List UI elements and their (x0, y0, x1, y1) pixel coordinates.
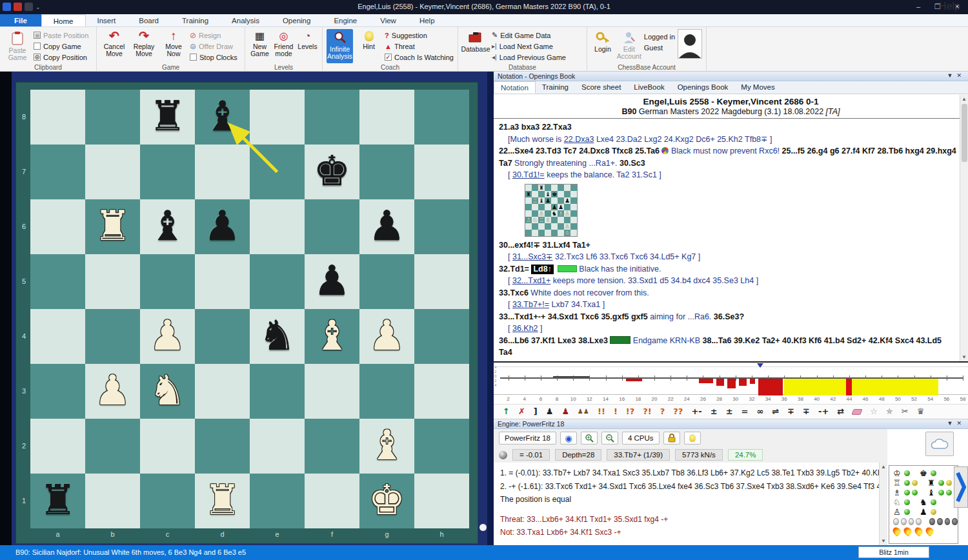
avatar[interactable] (678, 29, 702, 59)
white-pawn-c4[interactable]: ♟ (140, 309, 195, 364)
square-c7[interactable] (140, 145, 195, 199)
threat-item[interactable]: ▲Threat (385, 41, 454, 51)
hint-button[interactable]: Hint (356, 29, 382, 63)
square-f6[interactable] (305, 199, 359, 254)
symbol-very-good-move[interactable]: !! (598, 405, 605, 418)
evaluation-graph[interactable]: 42024 2468101214161820222426283032343638… (494, 363, 968, 404)
mainline-move-line[interactable]: Ta7 Strongly threatening ...Ra1+. 30.Sc3 (499, 157, 956, 170)
mainline-move-line[interactable]: 33.Txc6 White does not recover from this… (499, 287, 956, 299)
square-a4[interactable] (30, 309, 85, 364)
symbol-star[interactable]: ☆ (870, 405, 878, 418)
offer-draw-item[interactable]: ⊜Offer Draw (190, 41, 237, 51)
engine-lines[interactable]: 1. = (-0.01): 33.Tb7+ Lxb7 34.Txa1 Sxc3 … (494, 463, 879, 545)
square-f8[interactable] (305, 90, 359, 145)
engine-collapse-icon[interactable]: ▼ (947, 420, 957, 426)
paste-game-button[interactable]: Paste Game (4, 29, 31, 63)
move-text[interactable]: 25...f5 26.g4 g6 27.f4 Kf7 28.Tb6 hxg4 2… (780, 146, 956, 155)
white-knight-c3[interactable]: ♞ (140, 364, 195, 419)
symbol-white-slightly-better[interactable]: ± (726, 405, 733, 418)
mainline-move-line[interactable]: 32.Td1= Ld8↑ Black has the initiative. (499, 263, 956, 275)
menu-tab-training[interactable]: Training (170, 14, 220, 26)
symbol-good-move[interactable]: ! (614, 405, 618, 418)
white-pawn-g4[interactable]: ♟ (359, 309, 414, 364)
lock-button[interactable] (663, 432, 680, 445)
white-piece-icon[interactable]: ♖ (893, 479, 902, 488)
symbol-black-slightly-better[interactable]: ∓ (787, 405, 794, 418)
square-e6[interactable] (250, 199, 305, 254)
square-g3[interactable] (359, 364, 414, 419)
black-rook-c8[interactable]: ♜ (140, 90, 195, 145)
mainline-move-line[interactable]: 30...exf4!∓ 31.Lxf4 Ta1+ (499, 239, 956, 252)
symbol-black-winning[interactable]: -+ (818, 405, 829, 418)
black-piece-icon[interactable]: ♞ (920, 498, 929, 507)
suggestion-item[interactable]: ?Suggestion (385, 30, 454, 40)
notation-tab-openings-book[interactable]: Openings Book (671, 81, 735, 94)
square-b4[interactable] (85, 309, 140, 364)
white-bishop-f4[interactable]: ♝ (305, 309, 359, 364)
symbol-counterplay[interactable]: ⇄ (837, 405, 844, 418)
levels-button[interactable]: ◔ Levels (297, 29, 318, 63)
coach-watching-checkbox[interactable]: ✓ (385, 54, 392, 61)
white-piece-icon[interactable]: ♗ (893, 488, 902, 497)
resign-item[interactable]: ⊘Resign (190, 30, 237, 40)
black-piece-icon[interactable]: ♟ (920, 508, 929, 517)
minimize-button[interactable]: – (909, 0, 928, 14)
notation-scrollbar[interactable]: ▲ ▼ (960, 95, 968, 361)
white-king-g1[interactable]: ♚ (359, 474, 414, 528)
engine-panel-header[interactable]: Engine: PowerFritz 18 ▼✕ (494, 419, 968, 429)
notation-close-icon[interactable]: ✕ (956, 72, 965, 79)
cancel-move-button[interactable]: ↶ Cancel Move (101, 29, 128, 63)
symbol-bracket[interactable]: ] (534, 405, 538, 418)
new-game-button[interactable]: ▦ New Game (249, 29, 270, 63)
square-b2[interactable] (85, 419, 140, 474)
move-text[interactable]: 32.Td1= (499, 265, 531, 274)
square-e8[interactable] (250, 90, 305, 145)
friend-mode-button[interactable]: ◎ Friend mode (273, 29, 294, 63)
square-d3[interactable] (195, 364, 250, 419)
move-text[interactable]: 22.Dxa3 (564, 135, 594, 144)
square-a7[interactable] (30, 145, 85, 199)
move-text[interactable]: 33.Tb7+!= (512, 300, 549, 309)
stop-clocks-checkbox[interactable] (190, 54, 197, 61)
square-d2[interactable] (195, 419, 250, 474)
engine-select-button[interactable]: PowerFritz 18 (499, 432, 556, 445)
white-pawn-b3[interactable]: ♟ (85, 364, 140, 419)
white-piece-icon[interactable]: ♘ (893, 498, 902, 507)
symbol-delete-move[interactable]: ✗ (518, 405, 525, 418)
variation-line[interactable]: [ 32...Txd1+ keeps more tension. 33.Sxd1… (499, 275, 956, 287)
square-h3[interactable] (414, 364, 469, 419)
black-piece-icon[interactable]: ♝ (927, 488, 936, 497)
move-text[interactable]: keeps more tension. 33.Sxd1 d5 34.b4 dxc… (550, 276, 758, 285)
blitz-mode-box[interactable]: Blitz 1min (858, 546, 929, 558)
square-a8[interactable] (30, 90, 85, 145)
square-a5[interactable] (30, 254, 85, 309)
variation-line[interactable]: [ 31...Sxc3∓ 32.Txc3 Lf6 33.Txc6 Txc6 34… (499, 251, 956, 263)
square-c5[interactable] (140, 254, 195, 309)
move-text[interactable]: 30.Td1!= (512, 170, 545, 179)
square-h7[interactable] (414, 145, 469, 199)
notation-tab-score-sheet[interactable]: Score sheet (575, 81, 627, 94)
copy-game-item[interactable]: Copy Game (34, 41, 88, 51)
square-e1[interactable] (250, 474, 305, 528)
white-piece-icon[interactable]: ♙ (893, 508, 902, 517)
square-e5[interactable] (250, 254, 305, 309)
engine-line-1[interactable]: 1. = (-0.01): 33.Tb7+ Lxb7 34.Txa1 Sxc3 … (500, 466, 876, 480)
chess-board[interactable]: ♜♝♚♜♝♟♟♟♟♞♝♟♟♞♝♜♜♚8a7b6c5d4e3f2g1h (30, 90, 469, 528)
symbol-white-winning[interactable]: +- (691, 405, 701, 418)
next-panel-button[interactable] (954, 466, 968, 508)
square-c2[interactable] (140, 419, 195, 474)
symbol-star-special[interactable]: ✯ (886, 405, 893, 418)
move-text[interactable]: 31...Sxc3∓ (512, 252, 553, 261)
scroll-down-icon[interactable]: ▼ (960, 354, 968, 360)
move-text[interactable]: 32...Txd1+ (512, 276, 550, 285)
square-h8[interactable] (414, 90, 469, 145)
black-bishop-c6[interactable]: ♝ (140, 199, 195, 254)
white-bishop-g2[interactable]: ♝ (359, 419, 414, 474)
zoom-out-button[interactable] (601, 432, 618, 445)
move-text[interactable]: 33.Txc6 (499, 288, 530, 297)
eraser-icon[interactable] (852, 409, 863, 415)
black-piece-icon[interactable]: ♚ (920, 469, 929, 478)
black-pawn-f5[interactable]: ♟ (305, 254, 359, 309)
square-h1[interactable] (414, 474, 469, 528)
paste-position-item[interactable]: ▣Paste Position (34, 30, 88, 40)
